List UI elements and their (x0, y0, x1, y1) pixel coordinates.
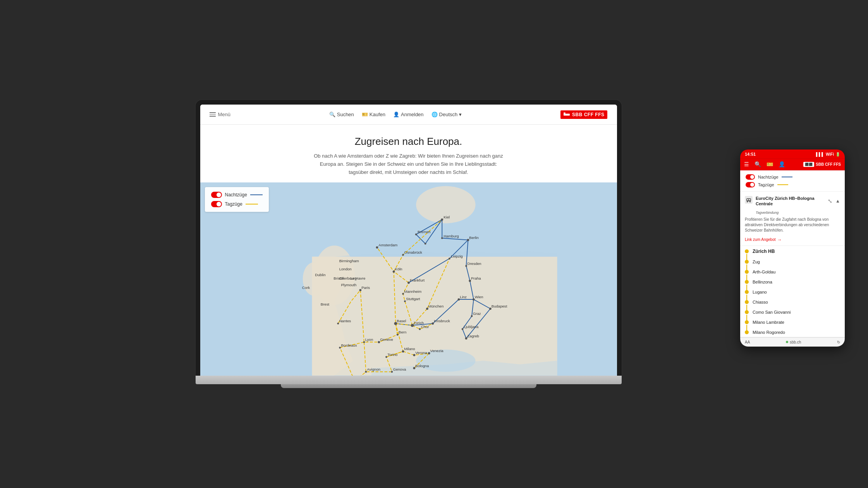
svg-text:Kiel: Kiel (443, 215, 450, 219)
stop-dot (745, 290, 749, 294)
signal-icon: ▌▌▌ (816, 152, 824, 156)
svg-text:Avignon: Avignon (367, 368, 380, 372)
stop-dot (745, 249, 749, 253)
buy-label[interactable]: Kaufen (370, 112, 385, 117)
day-train-line-sample (246, 204, 258, 204)
refresh-icon[interactable]: ↻ (837, 340, 840, 344)
legend-item-day[interactable]: Tagzüge (211, 201, 263, 207)
stop-item[interactable]: Bellinzona (740, 277, 845, 287)
svg-text:Bordeaux: Bordeaux (341, 343, 357, 347)
night-train-toggle[interactable] (211, 192, 222, 198)
user-icon: 👤 (393, 112, 399, 117)
svg-text:Le Havre: Le Havre (350, 277, 365, 281)
lang-label[interactable]: Deutsch (439, 112, 458, 117)
font-size-label[interactable]: AA (745, 340, 750, 344)
stop-dot (745, 330, 749, 334)
laptop: Menü 🔍 Suchen 🎫 Kaufen 👤 A (196, 100, 622, 388)
stop-name: Bellinzona (753, 279, 772, 284)
stop-item[interactable]: Arth-Goldau (740, 266, 845, 277)
search-label[interactable]: Suchen (337, 112, 354, 117)
stop-name: Chiasso (753, 299, 768, 304)
svg-rect-95 (747, 199, 748, 200)
svg-point-28 (396, 334, 398, 336)
stop-name: Milano Lambrate (753, 320, 784, 324)
stop-dot (745, 320, 749, 324)
battery-icon: 🔋 (835, 152, 840, 156)
lang-nav-item[interactable]: 🌐 Deutsch ▾ (431, 112, 462, 117)
day-train-label: Tagzüge (225, 201, 242, 207)
login-nav-item[interactable]: 👤 Anmelden (393, 112, 424, 117)
svg-text:Zagreb: Zagreb (467, 334, 479, 338)
phone-ticket-icon[interactable]: 🎫 (767, 161, 773, 167)
nav-left[interactable]: Menü (210, 112, 231, 117)
day-train-toggle[interactable] (211, 201, 222, 207)
stop-item[interactable]: Zürich HB (740, 246, 845, 256)
stop-item[interactable]: Lugano (740, 287, 845, 297)
stop-name: Zug (753, 259, 760, 264)
phone-night-toggle[interactable] (746, 174, 755, 180)
svg-text:Amsterdam: Amsterdam (378, 243, 397, 247)
phone-hamburger-icon[interactable]: ☰ (744, 161, 749, 167)
stop-item[interactable]: Milano Lambrate (740, 317, 845, 327)
menu-label[interactable]: Menü (218, 112, 231, 117)
phone-user-icon[interactable]: 👤 (779, 161, 785, 167)
route-title-area: EuroCity Zürich HB–Bologna Centrale (745, 196, 828, 207)
svg-point-97 (747, 201, 748, 202)
phone-day-toggle[interactable] (746, 182, 755, 187)
svg-text:Osnabrück: Osnabrück (404, 250, 422, 254)
svg-text:München: München (428, 304, 443, 309)
phone-time: 14:51 (745, 152, 756, 156)
night-train-line-sample (250, 194, 263, 195)
stop-dot (745, 300, 749, 304)
phone-legend-night[interactable]: Nachtzüge (746, 174, 839, 180)
svg-point-12 (449, 258, 450, 260)
sbb-navigation: Menü 🔍 Suchen 🎫 Kaufen 👤 A (200, 105, 617, 125)
stop-dot (745, 270, 749, 273)
svg-text:Torino: Torino (387, 352, 397, 357)
buy-nav-item[interactable]: 🎫 Kaufen (362, 112, 385, 117)
laptop-screen-border: Menü 🔍 Suchen 🎫 Kaufen 👤 A (196, 100, 622, 376)
page-description: Ob nach A wie Amsterdam oder Z wie Zagre… (312, 152, 505, 176)
svg-text:Praha: Praha (471, 277, 481, 281)
phone-night-line (782, 177, 792, 177)
chevron-down-icon: ▾ (459, 112, 462, 117)
phone-logo-badge: ⬛⬛ (803, 162, 814, 167)
collapse-icon[interactable]: ▲ (835, 198, 840, 204)
svg-text:Venezia: Venezia (430, 349, 443, 353)
svg-point-31 (419, 328, 421, 330)
buy-icon: 🎫 (362, 112, 368, 117)
svg-point-34 (471, 315, 473, 317)
login-label[interactable]: Anmelden (401, 112, 424, 117)
stop-item[interactable]: Milano Rogoredo (740, 327, 845, 337)
hamburger-icon[interactable] (210, 112, 216, 117)
svg-text:Genova: Genova (393, 368, 406, 372)
stop-item[interactable]: Como San Giovanni (740, 307, 845, 317)
route-link-label[interactable]: Link zum Angebot (745, 237, 776, 242)
phone-day-label: Tagzüge (758, 182, 774, 187)
svg-rect-96 (749, 199, 750, 200)
route-link[interactable]: Link zum Angebot → (740, 235, 845, 245)
svg-text:Basel: Basel (397, 319, 406, 323)
map-legend: Nachtzüge Tagzüge (205, 187, 269, 212)
svg-point-45 (337, 323, 339, 325)
route-card-actions: ⤡ ▲ (828, 198, 840, 204)
svg-text:Ljubljana: Ljubljana (463, 325, 478, 329)
expand-icon[interactable]: ⤡ (828, 198, 832, 204)
phone-bottom-bar: AA sbb.ch ↻ (740, 337, 845, 346)
svg-text:Plymouth: Plymouth (341, 283, 356, 287)
search-nav-item[interactable]: 🔍 Suchen (329, 112, 354, 117)
svg-text:Bremen: Bremen (418, 230, 431, 234)
phone-legend-day[interactable]: Tagzüge (746, 182, 839, 187)
stop-item[interactable]: Zug (740, 256, 845, 266)
phone-search-icon[interactable]: 🔍 (755, 161, 761, 167)
legend-item-night[interactable]: Nachtzüge (211, 192, 263, 198)
globe-icon: 🌐 (431, 112, 438, 117)
svg-point-19 (402, 293, 404, 295)
svg-point-41 (363, 341, 365, 343)
route-train-icon (745, 196, 753, 204)
phone-day-line (777, 184, 788, 185)
svg-text:Birmingham: Birmingham (339, 259, 359, 263)
svg-point-42 (365, 371, 367, 373)
stop-item[interactable]: Chiasso (740, 297, 845, 307)
svg-point-10 (376, 246, 378, 249)
